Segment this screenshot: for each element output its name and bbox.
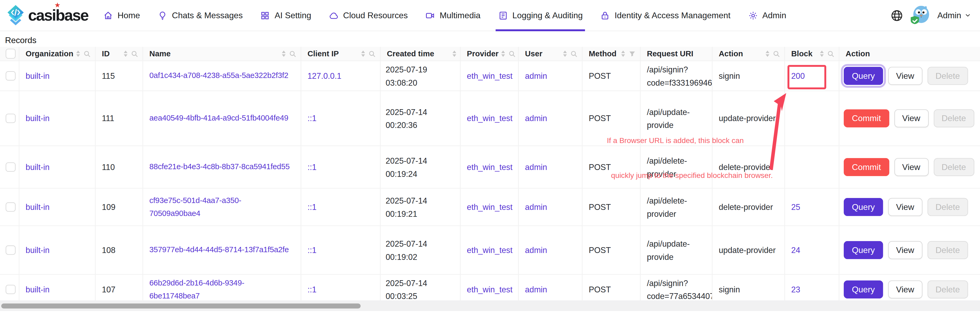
client-ip-link[interactable]: ::1	[307, 285, 317, 294]
row-checkbox[interactable]	[6, 113, 15, 123]
view-button[interactable]: View	[888, 241, 922, 259]
delete-button[interactable]: Delete	[934, 109, 974, 127]
search-icon[interactable]	[368, 50, 376, 58]
client-ip-link[interactable]: ::1	[307, 114, 317, 123]
column-header-id[interactable]: ID	[95, 47, 143, 60]
row-checkbox[interactable]	[6, 162, 15, 172]
nav-item-home[interactable]: Home	[103, 0, 140, 31]
query-button[interactable]: Query	[844, 67, 883, 85]
column-header-method[interactable]: Method	[582, 47, 641, 60]
casibase-logo[interactable]: casibase ★	[5, 4, 88, 27]
nav-item-logging-auditing[interactable]: Logging & Auditing	[498, 0, 582, 31]
column-header-block[interactable]: Block	[785, 47, 840, 60]
sort-caret-icons[interactable]	[282, 51, 285, 57]
row-checkbox[interactable]	[6, 202, 15, 212]
block-link[interactable]: 23	[791, 285, 800, 294]
record-name-link[interactable]: 0af1c434-a708-4238-a55a-5ae322b2f3f2	[150, 69, 288, 83]
nav-item-admin[interactable]: Admin	[748, 0, 786, 31]
provider-link[interactable]: eth_win_test	[467, 202, 512, 211]
search-icon[interactable]	[131, 50, 139, 58]
commit-button[interactable]: Commit	[844, 109, 889, 127]
language-globe-icon[interactable]	[891, 9, 903, 21]
record-name-link[interactable]: 88cfe21e-b4e3-4c8b-8b37-8ca5941fed55	[150, 160, 290, 174]
delete-button[interactable]: Delete	[928, 67, 968, 85]
column-header-user[interactable]: User	[519, 47, 582, 60]
organization-link[interactable]: built-in	[25, 114, 49, 123]
nav-item-ai-setting[interactable]: AI Setting	[260, 0, 312, 31]
horizontal-scrollbar-thumb[interactable]	[1, 303, 361, 308]
column-header-organization[interactable]: Organization	[19, 47, 95, 60]
client-ip-link[interactable]: 127.0.0.1	[307, 71, 341, 80]
sort-caret-icons[interactable]	[452, 51, 456, 57]
provider-link[interactable]: eth_win_test	[467, 162, 512, 172]
delete-button[interactable]: Delete	[928, 198, 968, 216]
client-ip-link[interactable]: ::1	[307, 202, 317, 211]
provider-link[interactable]: eth_win_test	[467, 245, 512, 254]
user-link[interactable]: admin	[525, 162, 547, 172]
provider-link[interactable]: eth_win_test	[467, 285, 512, 294]
sort-caret-icons[interactable]	[501, 51, 505, 57]
nav-item-chats-messages[interactable]: Chats & Messages	[158, 0, 243, 31]
column-header-client_ip[interactable]: Client IP	[301, 47, 381, 60]
organization-link[interactable]: built-in	[25, 202, 49, 211]
search-icon[interactable]	[570, 50, 578, 58]
user-link[interactable]: admin	[525, 245, 547, 254]
view-button[interactable]: View	[888, 67, 922, 85]
client-ip-link[interactable]: ::1	[307, 245, 317, 254]
row-checkbox[interactable]	[6, 285, 15, 294]
sort-caret-icons[interactable]	[361, 51, 365, 57]
account-menu[interactable]: Admin	[937, 11, 971, 20]
sort-caret-icons[interactable]	[766, 51, 769, 57]
column-header-name[interactable]: Name	[143, 47, 301, 60]
row-checkbox[interactable]	[6, 71, 15, 81]
block-link[interactable]: 24	[791, 245, 800, 254]
row-checkbox[interactable]	[6, 245, 15, 255]
record-name-link[interactable]: aea40549-4bfb-41a4-a9cd-51fb4004fe49	[150, 112, 288, 125]
view-button[interactable]: View	[894, 109, 928, 127]
delete-button[interactable]: Delete	[928, 241, 968, 259]
user-link[interactable]: admin	[525, 285, 547, 294]
commit-button[interactable]: Commit	[844, 158, 889, 176]
select-all-checkbox[interactable]	[6, 49, 15, 59]
user-avatar[interactable]	[910, 5, 931, 25]
column-header-action[interactable]: Action	[713, 47, 785, 60]
record-name-link[interactable]: cf93e75c-501d-4aa7-a350- 70509a90bae4	[150, 194, 241, 220]
view-button[interactable]: View	[888, 198, 922, 216]
sort-caret-icons[interactable]	[820, 51, 824, 57]
nav-item-multimedia[interactable]: Multimedia	[425, 0, 480, 31]
view-button[interactable]: View	[888, 281, 922, 299]
client-ip-link[interactable]: ::1	[307, 162, 317, 172]
organization-link[interactable]: built-in	[25, 245, 49, 254]
provider-link[interactable]: eth_win_test	[467, 114, 512, 123]
record-name-link[interactable]: 357977eb-4d44-44d5-8714-13f7a1f5a2fe	[150, 243, 289, 257]
sort-caret-icons[interactable]	[563, 51, 567, 57]
column-header-provider[interactable]: Provider	[461, 47, 519, 60]
column-header-created_time[interactable]: Created time	[381, 47, 461, 60]
horizontal-scrollbar-track[interactable]	[0, 300, 980, 311]
sort-caret-icons[interactable]	[621, 51, 625, 57]
user-link[interactable]: admin	[525, 202, 547, 211]
delete-button[interactable]: Delete	[928, 281, 968, 299]
user-link[interactable]: admin	[525, 71, 547, 80]
search-icon[interactable]	[508, 50, 516, 58]
organization-link[interactable]: built-in	[25, 285, 49, 294]
filter-icon[interactable]	[628, 50, 636, 58]
query-button[interactable]: Query	[844, 241, 883, 259]
search-icon[interactable]	[83, 50, 91, 58]
organization-link[interactable]: built-in	[25, 71, 49, 80]
view-button[interactable]: View	[894, 158, 928, 176]
block-link[interactable]: 25	[791, 202, 800, 211]
delete-button[interactable]: Delete	[934, 158, 974, 176]
provider-link[interactable]: eth_win_test	[467, 71, 512, 80]
search-icon[interactable]	[827, 50, 835, 58]
query-button[interactable]: Query	[844, 281, 883, 299]
search-icon[interactable]	[289, 50, 297, 58]
organization-link[interactable]: built-in	[25, 162, 49, 172]
user-link[interactable]: admin	[525, 114, 547, 123]
search-icon[interactable]	[773, 50, 781, 58]
nav-item-cloud-resources[interactable]: Cloud Resources	[329, 0, 408, 31]
nav-item-identity-access-management[interactable]: Identity & Access Management	[600, 0, 730, 31]
sort-caret-icons[interactable]	[76, 51, 80, 57]
block-link[interactable]: 200	[791, 71, 805, 80]
query-button[interactable]: Query	[844, 198, 883, 216]
